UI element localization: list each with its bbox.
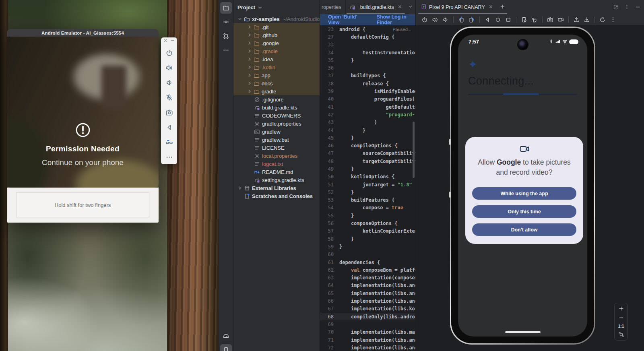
emulator-hint-panel: Hold shift for two fingers (7, 188, 159, 223)
tree-item[interactable]: gradlew.bat (233, 136, 320, 144)
chevron-right-icon[interactable] (246, 72, 253, 78)
pull-requests-icon[interactable] (220, 30, 232, 42)
rotate-left-icon[interactable] (456, 15, 466, 25)
zoom-ratio-label[interactable]: 1:1 (618, 324, 624, 328)
tab-gradle-properties[interactable]: roperties (320, 0, 346, 14)
reset-icon[interactable] (598, 15, 607, 25)
more-vertical-icon[interactable] (624, 4, 630, 10)
code-text: } (339, 58, 354, 63)
editor-tab-bar: roperties build.gradle.kts (320, 0, 415, 14)
chevron-right-icon[interactable] (246, 32, 253, 38)
tab-list-chevron-icon[interactable] (408, 4, 413, 11)
tree-item[interactable]: .gradle (233, 47, 320, 55)
minimize-icon[interactable] (170, 38, 175, 43)
tree-item[interactable]: .idea (233, 55, 320, 63)
line-number: 71 (320, 337, 339, 343)
tree-item[interactable]: .kotlin (233, 63, 320, 71)
code-line: 53 buildFeatures { (320, 196, 415, 204)
tree-item[interactable]: settings.gradle.kts (233, 176, 320, 184)
tree-item[interactable]: app (233, 71, 320, 79)
virtual-sensors-icon[interactable] (530, 15, 539, 25)
open-build-view-link[interactable]: Open 'Build' View (328, 14, 363, 25)
chevron-right-icon[interactable] (246, 81, 253, 86)
camera-icon[interactable] (163, 105, 175, 120)
home-indicator[interactable] (505, 331, 541, 333)
chevron-down-icon[interactable] (237, 16, 243, 22)
fit-icon[interactable] (618, 332, 624, 338)
home-icon[interactable] (493, 15, 503, 25)
emulator-screen[interactable]: Permission Needed Continue on your phone (7, 37, 159, 188)
volume-down-icon[interactable] (441, 15, 450, 25)
tree-item[interactable]: External Libraries (233, 184, 320, 192)
close-tab-icon[interactable] (397, 4, 402, 10)
download-icon[interactable] (582, 15, 592, 25)
chevron-right-icon[interactable] (246, 89, 253, 94)
upload-icon[interactable] (572, 15, 581, 25)
tree-item[interactable]: .github (233, 31, 320, 39)
back-icon[interactable] (163, 120, 175, 134)
code-editor[interactable]: 23android {Paused...27 defaultConfig {33… (320, 25, 415, 351)
chevron-right-icon[interactable] (246, 24, 253, 30)
add-device-tab-icon[interactable] (500, 4, 505, 10)
close-icon[interactable] (163, 38, 168, 43)
tree-item[interactable]: build.gradle.kts (233, 103, 320, 111)
running-devices-icon[interactable] (220, 344, 232, 351)
power-icon[interactable] (163, 46, 175, 60)
volume-down-icon[interactable] (163, 76, 175, 90)
profiler-icon[interactable] (220, 330, 232, 342)
more-vertical-icon[interactable] (608, 15, 618, 25)
tab-build-gradle-kts[interactable]: build.gradle.kts (346, 0, 406, 14)
screen-record-icon[interactable] (556, 15, 566, 25)
tree-item[interactable]: .gitignore (233, 95, 320, 103)
tree-item[interactable]: gradle (233, 87, 320, 95)
only-this-time-button[interactable]: Only this time (472, 205, 576, 218)
commit-icon[interactable] (220, 16, 232, 28)
back-icon[interactable] (483, 15, 492, 25)
tree-item[interactable]: .google (233, 39, 320, 47)
hide-icon[interactable] (635, 4, 641, 10)
editor-scrollbar[interactable] (413, 122, 415, 178)
tab-pixel-9-pro[interactable]: Pixel 9 Pro API CANARY (421, 0, 495, 14)
more-icon[interactable] (163, 150, 175, 164)
open-in-new-icon[interactable] (613, 4, 619, 10)
zoom-in-icon[interactable] (618, 306, 624, 312)
tree-item[interactable]: gradlew (233, 128, 320, 136)
while-using-app-button[interactable]: While using the app (472, 187, 576, 200)
chevron-right-icon[interactable] (237, 185, 243, 191)
phone-screen[interactable]: 7:57 Connecting... (458, 35, 587, 337)
rotate-right-icon[interactable] (467, 15, 477, 25)
mic-off-icon[interactable] (163, 91, 175, 105)
power-icon[interactable] (420, 15, 429, 25)
chevron-right-icon[interactable] (246, 40, 253, 46)
more-icon[interactable] (220, 44, 232, 56)
code-line: 42 "proguard-ru (320, 111, 415, 118)
line-number: 67 (320, 306, 339, 312)
tree-item[interactable]: local.properties (233, 152, 320, 160)
show-log-in-finder-link[interactable]: Show Log in Finder (377, 14, 415, 25)
tree-item[interactable]: CODEOWNERS (233, 111, 320, 120)
tree-item[interactable]: Scratches and Consoles (233, 192, 320, 200)
tree-item[interactable]: README.md (233, 168, 320, 176)
exclamation-icon (75, 122, 91, 138)
tree-item[interactable]: .git (233, 23, 320, 31)
tree-item[interactable]: docs (233, 79, 320, 87)
code-text: compileOnly(libs.android (339, 314, 415, 320)
project-folder-icon[interactable] (220, 2, 232, 14)
chevron-right-icon[interactable] (246, 64, 253, 70)
project-panel-title[interactable]: Project (237, 4, 255, 10)
zoom-out-icon[interactable] (618, 315, 624, 321)
volume-up-icon[interactable] (430, 15, 440, 25)
dont-allow-button[interactable]: Don't allow (472, 223, 576, 236)
device-settings-icon[interactable] (519, 15, 529, 25)
tree-item-root[interactable]: xr-samples~/AndroidStudioProje (233, 15, 320, 23)
tree-item[interactable]: gradle.properties (233, 120, 320, 128)
glasses-icon[interactable] (163, 135, 175, 149)
tree-item[interactable]: logcat.txt (233, 160, 320, 168)
chevron-right-icon[interactable] (246, 48, 253, 54)
tree-item[interactable]: LICENSE (233, 144, 320, 152)
close-tab-icon[interactable] (488, 4, 493, 10)
volume-up-icon[interactable] (163, 61, 175, 75)
chevron-right-icon[interactable] (246, 56, 253, 62)
overview-icon[interactable] (504, 15, 513, 25)
screenshot-icon[interactable] (545, 15, 555, 25)
